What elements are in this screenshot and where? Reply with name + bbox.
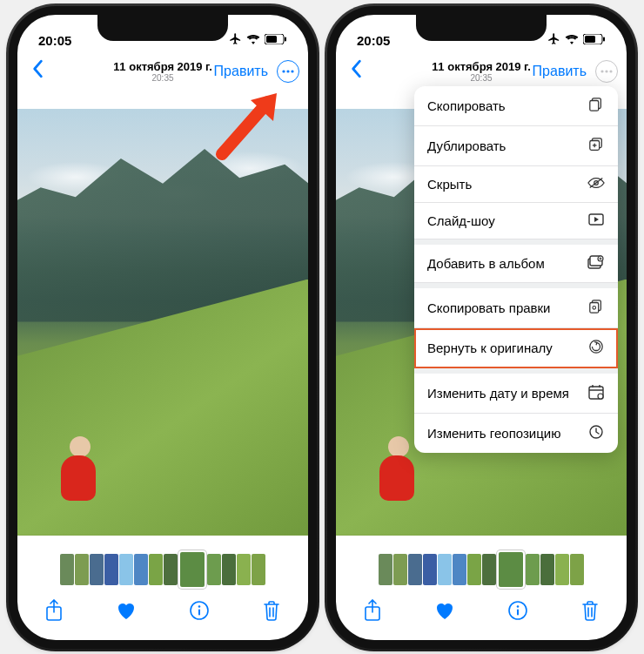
wifi-icon xyxy=(565,32,579,47)
menu-label: Изменить дату и время xyxy=(427,386,569,401)
screen-left: 20:05 11 октября 2019 г. 20:35 xyxy=(17,15,308,640)
thumbnail-strip[interactable] xyxy=(336,548,627,591)
svg-rect-21 xyxy=(590,100,599,111)
menu-revert-to-original[interactable]: Вернуть к оригиналу xyxy=(414,328,618,368)
svg-point-3 xyxy=(282,70,285,72)
menu-slideshow[interactable]: Слайд-шоу xyxy=(414,203,618,239)
airplane-icon xyxy=(547,32,560,48)
edit-button[interactable]: Править xyxy=(214,64,268,79)
thumbnail[interactable] xyxy=(453,554,466,585)
thumbnail-strip[interactable] xyxy=(17,548,308,591)
thumbnail[interactable] xyxy=(438,554,452,585)
photo-subject xyxy=(52,431,104,501)
menu-duplicate[interactable]: Дублировать xyxy=(414,126,618,166)
phone-right: 20:05 11 октября 2019 г. 20:35 xyxy=(327,6,635,649)
notch xyxy=(97,15,228,41)
menu-adjust-location[interactable]: Изменить геопозицию xyxy=(414,414,618,453)
more-button[interactable] xyxy=(595,60,618,83)
menu-label: Скопировать правки xyxy=(427,300,550,315)
nav-bar: 11 октября 2019 г. 20:35 Править xyxy=(17,51,308,91)
svg-point-18 xyxy=(516,605,519,608)
calendar-icon xyxy=(587,384,605,402)
thumbnail[interactable] xyxy=(104,554,118,585)
thumbnail[interactable] xyxy=(178,550,206,589)
svg-point-4 xyxy=(286,70,289,72)
svg-rect-9 xyxy=(198,609,200,615)
photo-viewer[interactable] xyxy=(17,109,308,536)
revert-icon xyxy=(587,339,605,357)
airplane-icon xyxy=(229,32,242,48)
battery-icon xyxy=(583,32,606,47)
share-icon[interactable] xyxy=(43,599,65,622)
svg-point-5 xyxy=(291,70,293,72)
menu-label: Изменить геопозицию xyxy=(427,426,560,441)
thumbnail[interactable] xyxy=(408,554,422,585)
favorite-icon[interactable] xyxy=(115,599,138,622)
trash-icon[interactable] xyxy=(579,599,601,622)
thumbnail[interactable] xyxy=(149,554,163,585)
status-icons xyxy=(229,32,287,48)
thumbnail[interactable] xyxy=(134,554,148,585)
svg-rect-19 xyxy=(517,609,519,615)
thumbnail[interactable] xyxy=(423,554,437,585)
more-button[interactable] xyxy=(277,60,299,83)
thumbnail[interactable] xyxy=(252,554,265,585)
status-icons xyxy=(547,32,606,48)
thumbnail[interactable] xyxy=(526,554,540,585)
thumbnail[interactable] xyxy=(90,554,104,585)
thumbnail[interactable] xyxy=(222,554,236,585)
back-button[interactable] xyxy=(345,59,367,84)
location-icon xyxy=(587,424,605,442)
menu-label: Слайд-шоу xyxy=(427,213,495,228)
edit-button[interactable]: Править xyxy=(533,64,587,79)
svg-point-14 xyxy=(605,70,607,72)
share-icon[interactable] xyxy=(361,599,384,622)
phone-left: 20:05 11 октября 2019 г. 20:35 xyxy=(9,6,317,649)
menu-label: Дублировать xyxy=(427,138,506,153)
menu-hide[interactable]: Скрыть xyxy=(414,166,618,203)
info-icon[interactable] xyxy=(506,599,529,622)
menu-label: Вернуть к оригиналу xyxy=(427,340,553,355)
thumbnail[interactable] xyxy=(60,554,74,585)
thumbnail[interactable] xyxy=(379,554,392,585)
info-icon[interactable] xyxy=(188,599,211,622)
favorite-icon[interactable] xyxy=(433,599,456,622)
svg-rect-12 xyxy=(603,37,605,42)
svg-rect-31 xyxy=(590,302,599,313)
svg-point-38 xyxy=(598,394,603,399)
trash-icon[interactable] xyxy=(260,599,283,622)
menu-label: Скопировать xyxy=(427,98,506,113)
thumbnail[interactable] xyxy=(497,550,525,589)
thumbnail[interactable] xyxy=(570,554,584,585)
slideshow-icon xyxy=(587,213,605,228)
thumbnail[interactable] xyxy=(164,554,178,585)
album-add-icon xyxy=(587,255,605,272)
thumbnail[interactable] xyxy=(482,554,496,585)
thumbnail[interactable] xyxy=(75,554,89,585)
svg-rect-2 xyxy=(285,37,286,42)
thumbnail[interactable] xyxy=(237,554,251,585)
menu-adjust-date[interactable]: Изменить дату и время xyxy=(414,374,618,414)
thumbnail[interactable] xyxy=(393,554,407,585)
back-button[interactable] xyxy=(26,59,49,84)
thumbnail[interactable] xyxy=(540,554,554,585)
context-menu: Скопировать Дублировать Скрыть Слайд-шоу… xyxy=(414,86,618,453)
bottom-toolbar xyxy=(17,590,308,631)
notch xyxy=(416,15,547,41)
menu-label: Скрыть xyxy=(427,177,472,192)
hide-icon xyxy=(587,177,605,192)
thumbnail[interactable] xyxy=(207,554,221,585)
menu-label: Добавить в альбом xyxy=(427,256,545,271)
svg-point-13 xyxy=(600,70,603,72)
thumbnail[interactable] xyxy=(555,554,569,585)
screen-right: 20:05 11 октября 2019 г. 20:35 xyxy=(336,15,627,640)
copy-icon xyxy=(587,97,605,115)
menu-add-to-album[interactable]: Добавить в альбом xyxy=(414,245,618,283)
menu-copy[interactable]: Скопировать xyxy=(414,86,618,126)
thumbnail[interactable] xyxy=(467,554,481,585)
svg-rect-1 xyxy=(266,36,277,43)
menu-copy-edits[interactable]: Скопировать правки xyxy=(414,288,618,328)
svg-rect-11 xyxy=(585,36,595,43)
thumbnail[interactable] xyxy=(119,554,133,585)
status-time: 20:05 xyxy=(38,33,71,48)
